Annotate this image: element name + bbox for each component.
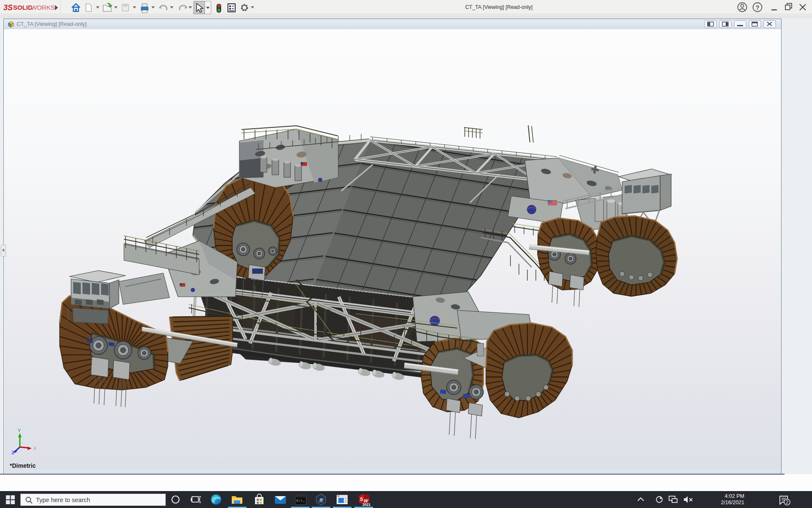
svg-text:C:\_: C:\_ — [296, 499, 304, 502]
svg-text:Z: Z — [11, 450, 14, 455]
svg-text:SOLID: SOLID — [13, 4, 33, 11]
svg-text:*Dimetric: *Dimetric — [10, 462, 36, 469]
svg-text:WORKS: WORKS — [31, 4, 55, 11]
svg-text:Y: Y — [18, 428, 21, 433]
svg-text:X: X — [33, 446, 37, 451]
svg-text:2: 2 — [786, 500, 788, 505]
svg-text:S: S — [360, 497, 363, 502]
svg-text:?: ? — [756, 4, 760, 11]
svg-text:3S: 3S — [3, 3, 13, 12]
svg-text:2021: 2021 — [362, 502, 370, 507]
